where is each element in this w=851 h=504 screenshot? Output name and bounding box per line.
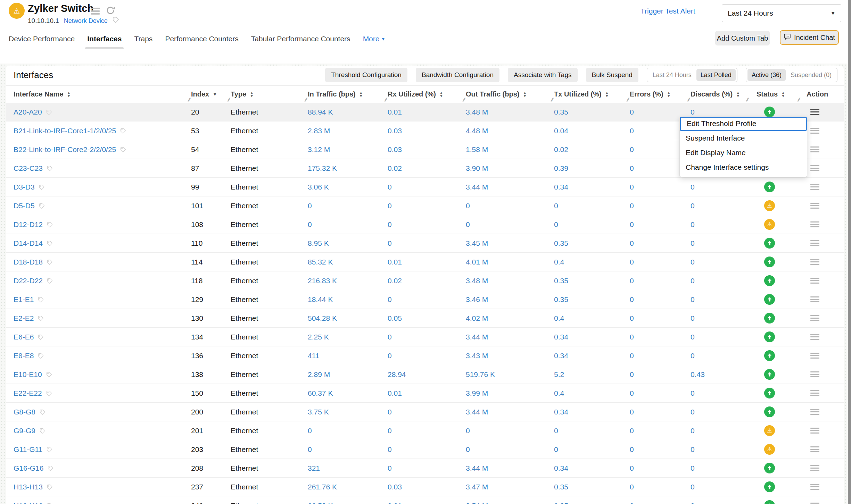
time-range-select[interactable]: Last 24 Hours ▼	[722, 4, 841, 22]
interface-name-link[interactable]: H13-H13	[14, 483, 43, 491]
sort-icon[interactable]: ▲▼	[250, 91, 254, 98]
sort-icon[interactable]: ▲▼	[781, 91, 785, 98]
sort-icon[interactable]: ▲▼	[667, 91, 671, 98]
row-action-menu-button[interactable]	[810, 390, 819, 396]
column-resize-handle[interactable]: //	[745, 97, 749, 102]
column-header-out-traffic-bps[interactable]: Out Traffic (bps)▲▼//	[466, 86, 554, 103]
tab-device-performance[interactable]: Device Performance	[9, 35, 75, 49]
column-resize-handle[interactable]: //	[462, 97, 465, 102]
sort-icon[interactable]: ▲▼	[736, 91, 740, 98]
tag-icon[interactable]	[34, 333, 44, 341]
interface-name-link[interactable]: E22-E22	[14, 389, 42, 397]
interface-name-link[interactable]: D22-D22	[14, 277, 43, 285]
interface-name-link[interactable]: G9-G9	[14, 427, 35, 435]
tag-icon[interactable]	[113, 17, 119, 25]
tag-icon[interactable]	[42, 108, 52, 116]
tag-icon[interactable]	[34, 295, 44, 303]
add-custom-tab-button[interactable]: Add Custom Tab	[715, 31, 770, 45]
interface-name-link[interactable]: D12-D12	[14, 220, 43, 228]
tab-performance-counters[interactable]: Performance Counters	[165, 35, 238, 49]
column-header-tx-utilized[interactable]: Tx Utilized (%)▲▼//	[554, 86, 630, 103]
refresh-icon[interactable]	[105, 5, 116, 17]
row-action-menu-button[interactable]	[810, 128, 819, 134]
associate-with-tags-button[interactable]: Associate with Tags	[508, 68, 578, 82]
interface-name-link[interactable]: B21-Link-to-IRF-Core1-1/2/0/25	[14, 127, 116, 135]
interface-name-link[interactable]: D3-D3	[14, 183, 35, 191]
row-action-menu-button[interactable]	[810, 315, 819, 321]
menu-item-edit-threshold-profile[interactable]: Edit Threshold Profile	[680, 117, 807, 131]
poll-mode-toggle-last-polled[interactable]: Last Polled	[696, 69, 736, 81]
row-action-menu-button[interactable]	[810, 259, 819, 265]
bulk-suspend-button[interactable]: Bulk Suspend	[586, 68, 638, 82]
sort-icon[interactable]: ▲▼	[523, 91, 527, 98]
row-action-menu-button[interactable]	[810, 334, 819, 340]
tab-tabular-performance-counters[interactable]: Tabular Performance Counters	[251, 35, 350, 49]
tag-icon[interactable]	[35, 408, 46, 416]
sort-icon[interactable]: ▲▼	[359, 91, 363, 98]
column-header-errors[interactable]: Errors (%)▲▼//	[630, 86, 691, 103]
column-header-type[interactable]: Type▲▼//	[231, 86, 308, 103]
tag-icon[interactable]	[43, 502, 53, 504]
tag-icon[interactable]	[35, 427, 46, 435]
interface-name-link[interactable]: G16-G16	[14, 464, 43, 472]
column-header-status[interactable]: Status▲▼//	[749, 86, 801, 103]
row-action-menu-button[interactable]	[810, 409, 819, 415]
tag-icon[interactable]	[35, 183, 45, 191]
column-resize-handle[interactable]: //	[626, 97, 629, 102]
poll-mode-toggle-last-24-hours[interactable]: Last 24 Hours	[648, 69, 696, 81]
tag-icon[interactable]	[34, 352, 44, 360]
vertical-scrollbar[interactable]	[848, 0, 851, 504]
device-menu-icon[interactable]	[91, 8, 100, 15]
bandwidth-configuration-button[interactable]: Bandwidth Configuration	[416, 68, 499, 82]
row-action-menu-button[interactable]	[810, 203, 819, 209]
column-resize-handle[interactable]: //	[187, 97, 191, 102]
device-category-link[interactable]: Network Device	[64, 17, 108, 25]
tag-icon[interactable]	[34, 314, 44, 322]
column-header-index[interactable]: Index▼//	[191, 86, 231, 103]
menu-item-suspend-interface[interactable]: Suspend Interface	[680, 131, 807, 145]
column-resize-handle[interactable]: //	[797, 97, 800, 102]
column-header-rx-utilized[interactable]: Rx Utilized (%)▲▼//	[388, 86, 466, 103]
incident-chat-button[interactable]: Incident Chat	[780, 30, 839, 45]
row-action-menu-button[interactable]	[810, 484, 819, 490]
interface-name-link[interactable]: H16-H16	[14, 502, 43, 504]
tag-icon[interactable]	[43, 464, 53, 472]
tag-icon[interactable]	[35, 202, 45, 210]
row-action-menu-button[interactable]	[810, 184, 819, 190]
interface-name-link[interactable]: E1-E1	[14, 295, 34, 303]
tab-traps[interactable]: Traps	[134, 35, 152, 49]
tag-icon[interactable]	[42, 445, 52, 453]
interface-name-link[interactable]: E8-E8	[14, 352, 34, 360]
interface-name-link[interactable]: D14-D14	[14, 239, 43, 247]
tag-icon[interactable]	[43, 164, 53, 172]
interface-name-link[interactable]: E6-E6	[14, 333, 34, 341]
row-action-menu-button[interactable]	[810, 109, 819, 115]
row-action-menu-button[interactable]	[810, 221, 819, 227]
tag-icon[interactable]	[116, 145, 126, 153]
column-resize-handle[interactable]: //	[227, 97, 230, 102]
column-resize-handle[interactable]: //	[550, 97, 554, 102]
sort-icon[interactable]: ▲▼	[67, 91, 71, 98]
row-action-menu-button[interactable]	[810, 353, 819, 359]
row-action-menu-button[interactable]	[810, 240, 819, 246]
column-header-in-traffic-bps[interactable]: In Traffic (bps)▲▼//	[308, 86, 388, 103]
column-header-interface-name[interactable]: Interface Name▲▼//	[6, 86, 191, 103]
menu-item-change-interface-settings[interactable]: Change Interface settings	[680, 160, 807, 175]
sort-desc-icon[interactable]: ▼	[213, 92, 217, 97]
tag-icon[interactable]	[43, 220, 53, 228]
interface-name-link[interactable]: D18-D18	[14, 258, 43, 266]
interface-name-link[interactable]: G11-G11	[14, 445, 42, 453]
row-action-menu-button[interactable]	[810, 371, 819, 377]
column-resize-handle[interactable]: //	[384, 97, 387, 102]
interface-state-toggle-active-36[interactable]: Active (36)	[747, 69, 786, 81]
tab-more[interactable]: More▾	[363, 35, 385, 49]
row-action-menu-button[interactable]	[810, 146, 819, 152]
row-action-menu-button[interactable]	[810, 446, 819, 452]
tag-icon[interactable]	[43, 277, 53, 285]
sort-icon[interactable]: ▲▼	[439, 91, 443, 98]
trigger-test-alert-link[interactable]: Trigger Test Alert	[641, 7, 695, 15]
column-resize-handle[interactable]: //	[687, 97, 690, 102]
interface-name-link[interactable]: D5-D5	[14, 202, 35, 210]
row-action-menu-button[interactable]	[810, 278, 819, 284]
row-action-menu-button[interactable]	[810, 428, 819, 434]
